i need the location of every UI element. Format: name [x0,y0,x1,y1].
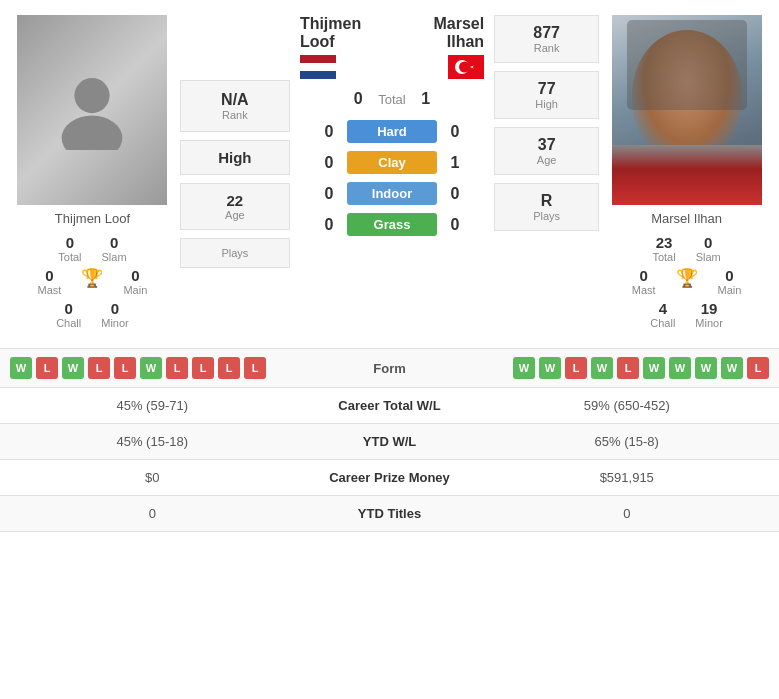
left-age-box: 22 Age [180,183,290,230]
player-left-minor-stat: 0 Minor [101,300,129,329]
right-age-value: 37 [500,136,593,154]
player-left-minor-value: 0 [111,300,119,317]
right-age-box: 37 Age [494,127,599,175]
right-plays-value: R [500,192,593,210]
grass-left-score: 0 [319,216,339,234]
left-player-heading: Thijmen Loof [300,15,396,51]
form-badge-left: L [88,357,110,379]
main-container: Thijmen Loof 0 Total 0 Slam 0 Mast 🏆 [0,0,779,532]
stats-left-val: 45% (59-71) [15,398,290,413]
player-right-mast-label: Mast [632,284,656,296]
form-badge-right: L [617,357,639,379]
stats-center-label: YTD Titles [290,506,490,521]
left-total-score: 0 [348,90,368,108]
surface-indoor-row: 0 Indoor 0 [319,182,465,205]
tr-flag-container [396,55,484,79]
form-badge-left: L [166,357,188,379]
clay-badge: Clay [347,151,437,174]
nl-flag-icon [300,55,336,79]
stats-row: 45% (15-18) YTD W/L 65% (15-8) [0,424,779,460]
shirt-area [612,145,762,205]
left-center-stats: N/A Rank High 22 Age Plays [175,15,295,333]
form-badge-right: W [591,357,613,379]
form-badge-right: W [721,357,743,379]
nl-flag-container [300,55,396,82]
player-left-total-value: 0 [66,234,74,251]
form-badge-right: W [695,357,717,379]
stats-left-val: $0 [15,470,290,485]
stats-left-val: 45% (15-18) [15,434,290,449]
stats-row: 45% (59-71) Career Total W/L 59% (650-45… [0,388,779,424]
right-rank-value: 877 [500,24,593,42]
total-row: 0 Total 1 [348,90,435,108]
stats-center-label: YTD W/L [290,434,490,449]
stats-right-val: 65% (15-8) [490,434,765,449]
player-left-main-stat: 0 Main [123,267,147,296]
player-right-total-value: 23 [656,234,673,251]
left-plays-box: Plays [180,238,290,268]
player-right: Marsel Ilhan 23 Total 0 Slam 0 Mast 🏆 [604,15,769,333]
player-left-mast-value: 0 [45,267,53,284]
form-badge-left: L [244,357,266,379]
player-right-chall-value: 4 [659,300,667,317]
player-left-mast-stat: 0 Mast [38,267,62,296]
stats-center-label: Career Total W/L [290,398,490,413]
player-right-minor-value: 19 [701,300,718,317]
hair-area [627,20,747,110]
form-badge-left: W [62,357,84,379]
player-left-slam-value: 0 [110,234,118,251]
player-right-main-value: 0 [725,267,733,284]
surface-hard-row: 0 Hard 0 [319,120,465,143]
form-badge-left: L [192,357,214,379]
right-center-stats: 877 Rank 77 High 37 Age R Plays [489,15,604,333]
left-age-label: Age [186,209,284,221]
player-left-name: Thijmen Loof [55,211,130,226]
left-rank-box: N/A Rank [180,80,290,132]
player-right-slam-label: Slam [696,251,721,263]
right-high-value: 77 [500,80,593,98]
player-right-minor-stat: 19 Minor [695,300,723,329]
player-right-chall-label: Chall [650,317,675,329]
svg-point-0 [75,78,110,113]
stats-left-val: 0 [15,506,290,521]
right-rank-box: 877 Rank [494,15,599,63]
player-left-mast-label: Mast [38,284,62,296]
grass-badge: Grass [347,213,437,236]
trophy-right-icon: 🏆 [676,267,698,289]
left-high-box: High [180,140,290,175]
player-left-slam-stat: 0 Slam [102,234,127,263]
player-right-main-label: Main [718,284,742,296]
indoor-right-score: 0 [445,185,465,203]
svg-rect-3 [300,63,336,71]
form-badge-right: L [565,357,587,379]
player-left-chall-value: 0 [65,300,73,317]
player-right-total-stat: 23 Total [652,234,675,263]
hard-badge: Hard [347,120,437,143]
player-left-chall-label: Chall [56,317,81,329]
trophy-left: 🏆 [81,267,103,296]
right-high-label: High [500,98,593,110]
player-left-main-value: 0 [131,267,139,284]
form-badge-right: W [513,357,535,379]
left-age-value: 22 [186,192,284,209]
form-badge-right: W [643,357,665,379]
left-rank-value: N/A [186,91,284,109]
form-label: Form [330,361,450,376]
left-plays-label: Plays [186,247,284,259]
player-right-photo [612,15,762,205]
player-left-total-label: Total [58,251,81,263]
player-right-chall-stat: 4 Chall [650,300,675,329]
stats-right-val: 59% (650-452) [490,398,765,413]
left-rank-label: Rank [186,109,284,121]
total-label: Total [378,92,405,107]
stats-row: $0 Career Prize Money $591,915 [0,460,779,496]
player-left-slam-label: Slam [102,251,127,263]
form-badge-right: L [747,357,769,379]
form-badge-right: W [539,357,561,379]
player-left-photo [17,15,167,205]
player-right-slam-value: 0 [704,234,712,251]
player-right-main-stat: 0 Main [718,267,742,296]
stats-right-val: 0 [490,506,765,521]
form-right: WWLWLWWWWL [450,357,770,379]
stats-right-val: $591,915 [490,470,765,485]
